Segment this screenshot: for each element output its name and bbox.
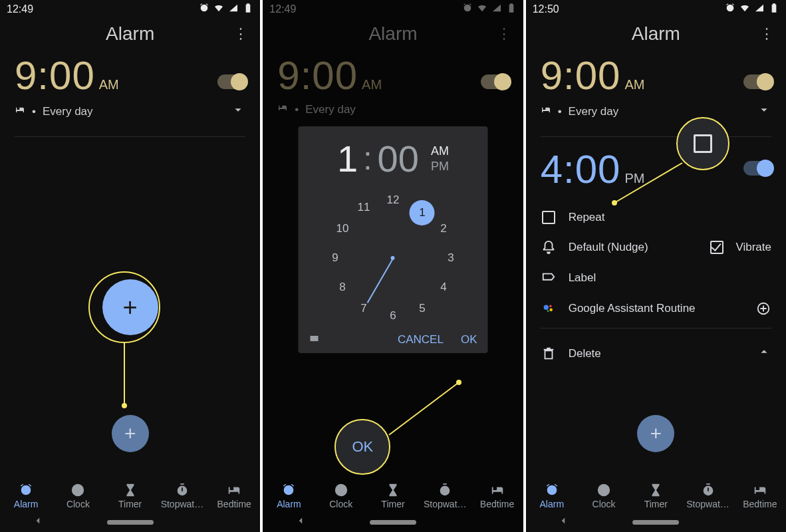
repeat-checkbox[interactable] <box>542 211 555 224</box>
wifi-icon <box>213 3 224 15</box>
picker-pm[interactable]: PM <box>431 160 449 174</box>
add-alarm-fab-highlighted[interactable]: + <box>102 279 158 335</box>
label-label: Label <box>569 271 596 285</box>
nav-bedtime[interactable]: Bedtime <box>208 483 260 509</box>
clock-11[interactable]: 11 <box>354 198 373 217</box>
picker-am[interactable]: AM <box>431 144 449 158</box>
expand-icon[interactable] <box>757 102 771 120</box>
status-time: 12:49 <box>7 3 33 15</box>
clock-4[interactable]: 4 <box>434 278 453 297</box>
clock-6[interactable]: 6 <box>384 307 402 325</box>
clock-8[interactable]: 8 <box>333 278 352 297</box>
nav-alarm[interactable]: Alarm <box>0 483 52 509</box>
battery-icon <box>243 3 253 15</box>
nav-alarm[interactable]: Alarm <box>263 483 315 509</box>
svg-point-4 <box>549 309 553 312</box>
nav-bedtime[interactable]: Bedtime <box>734 483 786 509</box>
alarm-9am-subtitle: Every day <box>43 105 93 118</box>
overflow-menu-icon[interactable]: ⋮ <box>229 25 248 43</box>
tag-icon <box>541 271 557 285</box>
delete-label: Delete <box>569 347 601 360</box>
clock-3[interactable]: 3 <box>442 249 460 267</box>
picker-colon: : <box>363 140 372 177</box>
nav-clock[interactable]: Clock <box>52 483 104 509</box>
back-button[interactable] <box>32 515 44 529</box>
phone-screen-3: 12:50 Alarm ⋮ 9:00 AM • Every day <box>526 0 786 532</box>
bed-icon <box>15 104 25 118</box>
alarm-9am-time[interactable]: 9:00 <box>15 53 95 98</box>
trash-icon <box>541 346 557 361</box>
assistant-icon <box>541 301 557 316</box>
alarm-options: Repeat Default (Nudge) Vibrate Label Goo… <box>526 199 786 324</box>
clock-5[interactable]: 5 <box>413 299 432 318</box>
sound-row[interactable]: Default (Nudge) Vibrate <box>541 232 771 263</box>
nav-timer[interactable]: Timer <box>104 483 156 509</box>
wifi-icon <box>739 3 750 15</box>
home-handle[interactable] <box>107 520 154 525</box>
clock-7[interactable]: 7 <box>354 299 373 318</box>
bottom-nav: Alarm Clock Timer Stopwat… Bedtime <box>0 483 260 509</box>
sound-label: Default (Nudge) <box>569 241 648 254</box>
picker-minute[interactable]: 00 <box>378 137 419 180</box>
collapse-icon[interactable] <box>757 344 771 362</box>
nav-clock[interactable]: Clock <box>578 483 630 509</box>
alarm-9am-toggle <box>481 74 509 89</box>
nav-bedtime[interactable]: Bedtime <box>471 483 523 509</box>
nav-clock[interactable]: Clock <box>315 483 367 509</box>
add-alarm-fab[interactable]: + <box>112 415 149 452</box>
alarm-4pm-toggle[interactable] <box>743 161 771 176</box>
home-handle[interactable] <box>632 520 679 525</box>
phone-screen-1: 12:49 Alarm ⋮ 9:00 AM • Every day <box>0 0 263 532</box>
signal-icon <box>228 3 239 15</box>
clock-9[interactable]: 9 <box>326 249 344 267</box>
back-button[interactable] <box>557 515 569 529</box>
nav-stopwatch[interactable]: Stopwat… <box>156 483 208 509</box>
status-time: 12:50 <box>533 3 559 15</box>
label-row[interactable]: Label <box>541 263 771 293</box>
clock-face[interactable]: 1 12 2 3 4 5 6 7 8 9 10 11 <box>323 188 463 328</box>
alarm-9am-toggle[interactable] <box>217 74 245 89</box>
nav-stopwatch[interactable]: Stopwat… <box>682 483 733 509</box>
home-handle[interactable] <box>370 520 416 525</box>
repeat-label: Repeat <box>569 211 605 224</box>
add-routine-icon[interactable] <box>755 301 771 316</box>
alarm-9am-ampm: AM <box>99 77 119 92</box>
nav-stopwatch[interactable]: Stopwat… <box>419 483 471 509</box>
clock-selected-hour[interactable]: 1 <box>410 200 435 225</box>
app-bar: Alarm ⋮ <box>526 15 786 50</box>
vibrate-checkbox[interactable] <box>710 241 723 254</box>
expand-icon[interactable] <box>231 102 245 120</box>
nav-alarm[interactable]: Alarm <box>526 483 578 509</box>
clock-12[interactable]: 12 <box>384 191 402 209</box>
back-button[interactable] <box>295 515 307 529</box>
alarm-4pm-time[interactable]: 4:00 <box>541 146 621 192</box>
nav-timer[interactable]: Timer <box>367 483 419 509</box>
system-nav <box>0 515 260 529</box>
alarm-9am-subtitle: Every day <box>569 105 619 118</box>
delete-row[interactable]: Delete <box>541 336 771 370</box>
app-bar: Alarm ⋮ <box>0 15 260 50</box>
svg-point-2 <box>543 305 548 310</box>
ok-button[interactable]: OK <box>461 333 477 346</box>
svg-point-5 <box>547 310 549 312</box>
opt-divider <box>541 328 771 329</box>
overflow-menu-icon[interactable]: ⋮ <box>755 25 774 43</box>
bottom-nav: Alarm Clock Timer Stopwat… Bedtime <box>526 483 786 509</box>
assistant-routine-row[interactable]: Google Assistant Routine <box>541 293 771 324</box>
vibrate-label: Vibrate <box>735 241 771 254</box>
callout-dot-1 <box>122 403 127 408</box>
repeat-row[interactable]: Repeat <box>541 203 771 232</box>
status-bar: 12:50 <box>526 0 786 15</box>
alarm-9am-toggle[interactable] <box>743 74 771 89</box>
keyboard-input-icon[interactable] <box>309 333 319 346</box>
system-nav <box>263 515 523 529</box>
clock-10[interactable]: 10 <box>333 219 352 238</box>
clock-2[interactable]: 2 <box>434 219 453 238</box>
add-alarm-fab[interactable]: + <box>637 415 674 452</box>
cancel-button[interactable]: CANCEL <box>398 333 444 346</box>
time-picker-dialog: 1 : 00 AM PM 1 12 2 3 4 5 6 7 8 9 <box>298 126 487 353</box>
battery-icon <box>769 3 779 15</box>
nav-timer[interactable]: Timer <box>630 483 682 509</box>
alarm-9am-time[interactable]: 9:00 <box>541 53 621 98</box>
picker-hour[interactable]: 1 <box>337 137 358 180</box>
